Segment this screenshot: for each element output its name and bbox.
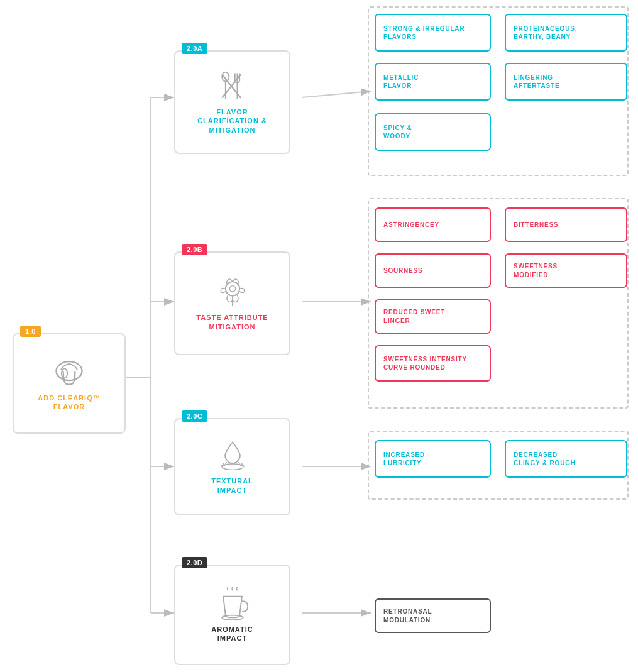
main-node: 1.0 ADD CLEARIQ™ FLAVOR [13, 333, 126, 434]
label-2b: TASTE ATTRIBUTE MITIGATION [196, 313, 268, 331]
svg-point-12 [62, 368, 67, 378]
node-2a: 2.0A FLAVOR CLARIFICATION & MITIGATION [174, 50, 290, 154]
label-2d: AROMATIC IMPACT [211, 625, 253, 643]
node-2c: 2.0C TEXTURAL IMPACT [174, 418, 290, 515]
cutlery-icon [215, 69, 250, 104]
tag-strong-irregular: STRONG & IRREGULARFLAVORS [375, 14, 491, 52]
tag-metallic: METALLICFLAVOR [375, 63, 491, 101]
tag-decreased-clingy: DECREASEDCLINGY & ROUGH [505, 440, 627, 478]
main-badge: 1.0 [20, 326, 41, 337]
tag-sourness: SOURNESS [375, 253, 491, 288]
label-2a: FLAVOR CLARIFICATION & MITIGATION [197, 107, 267, 135]
badge-2a: 2.0A [182, 43, 207, 54]
diagram: 1.0 ADD CLEARIQ™ FLAVOR 2.0A FLAVOR CLAR… [0, 0, 638, 672]
badge-2c: 2.0C [182, 410, 207, 422]
label-2c: TEXTURAL IMPACT [211, 476, 253, 495]
artichoke-icon [215, 274, 250, 309]
svg-line-7 [302, 91, 371, 97]
coffee-icon [215, 586, 250, 621]
tag-sweetness-modified: SWEETNESSMODIFIED [505, 253, 627, 288]
mushroom-icon [52, 355, 87, 390]
svg-line-27 [238, 462, 241, 466]
badge-2b: 2.0B [182, 244, 207, 255]
water-icon [215, 438, 250, 473]
tag-retronasal: RETRONASALMODULATION [375, 598, 491, 633]
tag-proteinaceous: PROTEINACEOUS,EARTHY, BEANY [505, 14, 627, 52]
tag-spicy-woody: SPICY &WOODY [375, 113, 491, 151]
tag-increased-lubricity: INCREASEDLUBRICITY [375, 440, 491, 478]
svg-point-21 [229, 286, 235, 292]
svg-line-26 [224, 462, 226, 466]
tag-sweetness-intensity: SWEETNESS INTENSITYCURVE ROUNDED [375, 345, 491, 382]
tag-lingering: LINGERINGAFTERTASTE [505, 63, 627, 101]
badge-2d: 2.0D [182, 557, 207, 568]
main-label: ADD CLEARIQ™ FLAVOR [38, 394, 100, 412]
tag-reduced-sweet-linger: REDUCED SWEETLINGER [375, 299, 491, 334]
node-2b: 2.0B TASTE ATTRIBUTE MITIGATION [174, 251, 290, 355]
tag-bitterness: BITTERNESS [505, 207, 627, 242]
tag-astringency: ASTRINGENCEY [375, 207, 491, 242]
node-2d: 2.0D AROMATIC IMPACT [174, 565, 290, 665]
